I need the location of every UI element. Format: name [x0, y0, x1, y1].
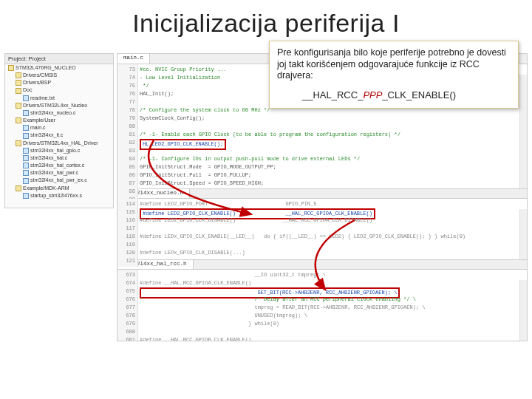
- code-line: /* Delay after an RCC peripheral clock e…: [140, 296, 525, 304]
- file-icon: [16, 72, 21, 78]
- tree-item[interactable]: readme.txt: [5, 95, 113, 102]
- tree-label: stm32l4xx_hal_gpio.c: [30, 148, 80, 153]
- code-lines-2[interactable]: #define LED2_GPIO_PORT GPIO_PIN_5#define…: [140, 200, 525, 257]
- code-line: #define __HAL_RCC_GPIOA_CLK_ENABLE(): [140, 279, 525, 287]
- file-icon: [23, 155, 29, 161]
- code-line: HL_LED2_GPIO_CLK_ENABLE();: [140, 139, 525, 147]
- tree-label: stm32l4xx_hal.c: [30, 155, 67, 160]
- tree-item[interactable]: Example/User: [5, 117, 113, 124]
- code-line: /* -1- Enable each GPIO Clock (to be abl…: [140, 131, 525, 139]
- file-icon: [23, 170, 29, 176]
- code-line: #define LED2_GPIO_PORT GPIO_PIN_5: [140, 200, 525, 208]
- tree-label: stm32l4xx_it.c: [30, 132, 63, 137]
- code-line: SET_BIT(RCC->AHB2ENR, RCC_AHB2ENR_GPIOAE…: [140, 287, 525, 296]
- file-icon: [16, 140, 21, 146]
- file-icon: [16, 103, 21, 109]
- tree-item[interactable]: stm32l4xx_hal_gpio.c: [5, 147, 113, 154]
- file-icon: [23, 95, 29, 101]
- macro-ppp: PPP: [363, 89, 382, 100]
- code-lines-3[interactable]: __IO uint32_t tmpreg; \#define __HAL_RCC…: [140, 271, 525, 341]
- tree-label: Drivers/BSP: [23, 80, 51, 85]
- code-line: #define LEDx_GPIO_CLK_DISABLE(...): [140, 249, 525, 257]
- code-line: [140, 225, 525, 233]
- tree-item[interactable]: stm32l4xx_hal_cortex.c: [5, 162, 113, 169]
- tree-item[interactable]: stm32l4xx_hal.c: [5, 154, 113, 162]
- tree-label: Example/MDK-ARM: [23, 185, 69, 191]
- code-line: [140, 188, 525, 196]
- tree-label: startup_stm32l476xx.s: [30, 193, 82, 198]
- code-line: #define __HAL_RCC_GPIOB_CLK_ENABLE(): [140, 336, 525, 341]
- tab-main-c[interactable]: main.c: [117, 54, 150, 64]
- tree-label: readme.txt: [30, 95, 55, 100]
- file-icon: [23, 125, 29, 131]
- callout-macro: __HAL_RCC_PPP_CLK_ENABLE(): [277, 82, 511, 100]
- tree-item[interactable]: stm32l4xx_hal_pwr.c: [5, 169, 113, 177]
- file-icon: [23, 133, 29, 139]
- tree-item[interactable]: STM32L476RG_NUCLEO: [5, 64, 113, 72]
- file-icon: [23, 163, 29, 168]
- tree-label: Doc: [23, 87, 32, 92]
- file-icon: [23, 178, 29, 184]
- tree-label: Drivers/STM32L4xx_Nucleo: [23, 103, 87, 108]
- page-title: Inicijalizacija periferija I: [0, 0, 532, 42]
- code-line: GPIO_InitStruct.Pull = GPIO_PULLUP;: [140, 171, 525, 180]
- tree-item[interactable]: main.c: [5, 124, 113, 132]
- code-line: } while(0): [140, 320, 525, 328]
- tree-item[interactable]: stm32l4xx_hal_pwr_ex.c: [5, 177, 113, 184]
- tree-label: stm32l4xx_nucleo.c: [30, 110, 75, 115]
- tree-item[interactable]: Doc: [5, 86, 113, 94]
- tab-bar-3: stm32l4xx_hal_rcc.h: [117, 259, 527, 270]
- tree-item[interactable]: Drivers/STM32L4xx_HAL_Driver: [5, 140, 113, 147]
- tree-label: main.c: [30, 125, 46, 130]
- callout-box: Pre konfigurisanja bilo koje periferije …: [269, 41, 519, 109]
- code-line: SystemClock_Config();: [140, 115, 525, 123]
- tree-item[interactable]: Example/MDK-ARM: [5, 185, 113, 192]
- tree-item[interactable]: startup_stm32l476xx.s: [5, 192, 113, 200]
- file-icon: [23, 193, 29, 199]
- scrollbar-3[interactable]: [519, 280, 527, 341]
- tree-label: Drivers/STM32L4xx_HAL_Driver: [23, 140, 98, 146]
- code-pane-2: 114115116117118119120121 #define LED2_GP…: [117, 199, 527, 259]
- gutter-3: 673674675676677678679680681682: [117, 270, 138, 341]
- tree-item[interactable]: Drivers/STM32L4xx_Nucleo: [5, 102, 113, 109]
- gutter-2: 114115116117118119120121: [117, 199, 138, 267]
- callout-text: Pre konfigurisanja bilo koje periferije …: [277, 47, 511, 82]
- tree-item[interactable]: Drivers/BSP: [5, 79, 113, 86]
- project-header: Project: Project: [5, 54, 113, 64]
- file-icon: [23, 110, 29, 116]
- code-pane-3: 673674675676677678679680681682 __IO uint…: [117, 270, 527, 341]
- code-line: GPIO_InitStruct.Mode = GPIO_MODE_OUTPUT_…: [140, 163, 525, 171]
- file-icon: [16, 88, 21, 94]
- tree-item[interactable]: stm32l4xx_it.c: [5, 132, 113, 139]
- macro-prefix: __HAL_RCC_: [302, 89, 363, 100]
- tree-item[interactable]: stm32l4xx_nucleo.c: [5, 109, 113, 117]
- scrollbar-2[interactable]: [519, 209, 527, 259]
- tree-label: STM32L476RG_NUCLEO: [16, 65, 76, 70]
- code-line: #define LED2_GPIO_CLK_DISABLE() __HAL_RC…: [140, 216, 525, 225]
- file-icon: [16, 117, 21, 123]
- code-line: tmpreg = READ_BIT(RCC->AHB2ENR, RCC_AHB2…: [140, 304, 525, 312]
- scrollbar-1[interactable]: [519, 75, 527, 188]
- code-line: #define LEDx_GPIO_CLK_ENABLE(__LED__) do…: [140, 233, 525, 241]
- tree-label: stm32l4xx_hal_pwr.c: [30, 170, 78, 175]
- code-line: GPIO_InitStruct.Speed = GPIO_SPEED_HIGH;: [140, 180, 525, 188]
- code-line: [140, 328, 525, 336]
- code-line: [140, 241, 525, 249]
- highlighted-code: HL_LED2_GPIO_CLK_ENABLE();: [140, 139, 226, 150]
- code-line: __IO uint32_t tmpreg; \: [140, 271, 525, 279]
- file-icon: [16, 185, 21, 191]
- code-line: UNUSED(tmpreg); \: [140, 312, 525, 320]
- file-icon: [8, 65, 14, 71]
- macro-suffix: _CLK_ENABLE(): [382, 89, 456, 100]
- tree-label: Drivers/CMSIS: [23, 72, 57, 78]
- project-panel: Project: Project STM32L476RG_NUCLEODrive…: [4, 53, 114, 208]
- project-tree[interactable]: STM32L476RG_NUCLEODrivers/CMSISDrivers/B…: [5, 64, 113, 200]
- code-line: #define LED2_GPIO_CLK_ENABLE() __HAL_RCC…: [140, 208, 525, 216]
- code-line: [140, 123, 525, 131]
- file-icon: [16, 80, 21, 86]
- file-icon: [23, 148, 29, 154]
- tree-label: Example/User: [23, 117, 55, 123]
- tree-label: stm32l4xx_hal_cortex.c: [30, 163, 84, 168]
- tree-label: stm32l4xx_hal_pwr_ex.c: [30, 177, 87, 183]
- tree-item[interactable]: Drivers/CMSIS: [5, 72, 113, 79]
